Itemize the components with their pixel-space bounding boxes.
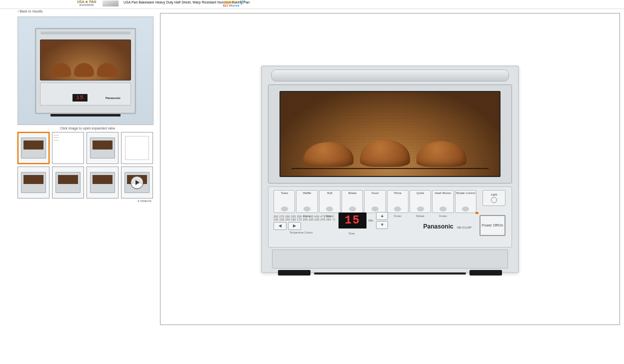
indicator-led-icon [476,212,478,214]
thumbnail[interactable] [86,166,118,198]
temp-scale-f: 250 275 300 325 350 400 425 450 475 500 [274,215,328,218]
brand-block: Panasonic NB-G110P [424,223,472,230]
oven-illustration: 15 Panasonic [35,28,136,114]
thumbnail[interactable] [86,132,118,164]
mode-icon [281,206,288,212]
power-button: Power Off/On [480,215,506,236]
related-price: $22.99 [223,4,232,7]
temp-scale-c: 120 135 150 160 175 205 220 230 245 260 … [274,218,328,221]
timer-down-icon: ▼ [376,221,388,229]
related-brand-logo: USA ★ PAN BAKEWARE [77,0,96,7]
bulb-icon [491,197,497,203]
mode-sublabel: Frozen [432,214,453,218]
hero-image[interactable]: 15 Panasonic [18,16,154,125]
temp-up-icon: ▶ [288,222,301,230]
model-text: NB-G110P [457,226,472,229]
back-to-results-link[interactable]: ‹ Back to results [18,10,42,13]
mode-button: PizzaFrozen [387,190,408,213]
brand-line2: BAKEWARE [77,4,96,7]
thumbnail[interactable] [18,166,50,198]
mode-button: WaffleFrozen [296,190,318,213]
mode-label: Pizza [394,192,402,194]
mode-sublabel: Frozen [388,214,408,218]
mode-icon [417,206,424,212]
rating-count[interactable]: 920 [240,0,245,3]
image-gallery: 15 Panasonic Click image to open expande… [18,16,158,202]
hero-caption: Click image to open expanded view [18,126,158,130]
mode-label: Quick [416,192,424,194]
mode-button: Shade Control [455,190,476,213]
mode-label: Food [372,192,378,194]
power-label: Power Off/On [482,224,503,228]
mode-label: Roll [327,192,332,194]
timer-up-icon: ▲ [376,212,388,220]
oven-handle-icon [271,70,509,82]
mode-icon [440,206,446,212]
temperature-control: 250 275 300 325 350 400 425 450 475 500 … [274,215,328,234]
zoomed-product-image: ToastWaffleFrozenRollReheatBreadFoodPizz… [261,66,519,273]
mode-icon [462,206,469,212]
thumbnail[interactable] [121,132,153,164]
timer-unit: Min. [368,219,374,222]
light-label: Light [490,193,497,196]
mode-sublabel: Reheat [410,214,430,218]
thumbnail[interactable] [18,132,50,164]
brand-text: Panasonic [424,223,454,230]
thumbnail-grid: ▪ ▪ ▪ ▪▪ ▪ ▪ ▪▪ ▪ ▪ ▪ [18,132,160,198]
brand-line1: USA ★ PAN [77,0,96,4]
mode-button: Hash BrownFrozen [432,190,454,213]
mode-button: Toast [274,190,295,213]
thumbnail[interactable] [121,166,153,198]
breadcrumb: ‹ Back to results [0,9,624,13]
mode-icon [326,206,333,212]
timer-caption: Timer [348,232,355,235]
related-thumb-icon [102,0,118,6]
mode-label: Waffle [303,192,312,194]
mode-label: Shade Control [456,192,475,194]
temp-down-icon: ◀ [274,222,286,230]
thumbnail[interactable] [52,166,84,198]
play-icon[interactable] [130,176,144,189]
mode-button-row: ToastWaffleFrozenRollReheatBreadFoodPizz… [274,190,476,213]
mode-label: Hash Brown [435,192,452,194]
mode-icon [349,206,356,212]
thumbnail[interactable]: ▪ ▪ ▪ ▪▪ ▪ ▪ ▪▪ ▪ ▪ ▪ [52,132,84,164]
light-button: Light [482,190,506,206]
prime-badge: prime [232,4,240,7]
timer-control: 15 Min. ▲ ▼ [338,212,388,229]
oven-brand-label: Panasonic [106,96,120,100]
zoom-preview-pane: ToastWaffleFrozenRollReheatBreadFoodPizz… [160,13,620,325]
mode-label: Toast [280,192,288,194]
oven-timer-display: 15 [72,94,88,102]
mode-icon [394,206,401,212]
temp-caption: Temperature Control [274,231,328,234]
mode-button: QuickReheat [410,190,431,213]
timer-display: 15 [338,212,366,228]
mode-button: RollReheat [319,190,340,213]
mode-button: Bread [342,190,363,213]
mode-label: Bread [348,192,356,194]
mode-icon [304,206,310,212]
mode-icon [372,206,378,212]
mode-button: Food [364,190,386,213]
related-item-strip: USA ★ PAN BAKEWARE USA Pan Bakeware Heav… [0,0,624,9]
